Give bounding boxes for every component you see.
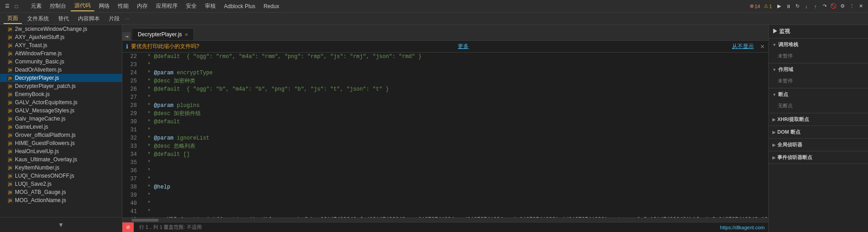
watch-label: 监视: [779, 28, 790, 34]
tab-close-icon[interactable]: ✕: [184, 32, 188, 37]
info-close-icon[interactable]: ✕: [760, 44, 765, 50]
file-item[interactable]: js Galv_ImageCache.js: [0, 115, 122, 123]
deactivate-icon[interactable]: 🚫: [830, 3, 837, 10]
step-over-icon[interactable]: ↻: [794, 3, 801, 10]
file-item[interactable]: js AXY_Toast.js: [0, 41, 122, 49]
tab-redux[interactable]: Redux: [260, 2, 283, 10]
dismiss-link[interactable]: 从不显示: [732, 43, 754, 50]
pause-icon[interactable]: ⏸: [785, 3, 792, 10]
breakpoints-header[interactable]: ▼ 断点: [769, 88, 868, 101]
tab-audits[interactable]: 审核: [201, 1, 219, 11]
code-editor[interactable]: 22 23 24 25 26 27 28 29 30 31 32 33 34 3…: [122, 53, 768, 218]
line-num: 39: [122, 191, 137, 199]
dom-breakpoints-section: ▶ DOM 断点: [769, 126, 868, 139]
tab-memory[interactable]: 内存: [133, 1, 151, 11]
js-file-icon: js: [7, 34, 13, 40]
tab-security[interactable]: 安全: [182, 1, 200, 11]
file-item[interactable]: js DecrypterPlayer_patch.js: [0, 82, 122, 90]
step-in-icon[interactable]: ↓: [803, 3, 810, 10]
js-file-icon: js: [7, 181, 13, 187]
tab-page[interactable]: 页面: [4, 14, 22, 24]
warn-count[interactable]: ⚠ 1: [764, 3, 772, 9]
xhr-breakpoints-header[interactable]: ▶ XHR/提取断点: [769, 113, 868, 126]
tab-application[interactable]: 应用程序: [152, 1, 181, 11]
window-icon[interactable]: □: [13, 3, 20, 10]
code-line: * @desc 加密种类: [144, 77, 768, 85]
tab-preview-icon[interactable]: ⇥: [122, 32, 131, 40]
toolbar-nav: 元素 控制台 源代码 网络 性能 内存 应用程序 安全 审核 Adblock P…: [24, 1, 286, 11]
file-item[interactable]: js GALV_ActorEquipItems.js: [0, 98, 122, 106]
tab-network[interactable]: 网络: [95, 1, 113, 11]
scope-header[interactable]: ▼ 作用域: [769, 63, 868, 76]
menu-icon[interactable]: ☰: [4, 3, 11, 10]
code-line: * @param ignoreList: [144, 134, 768, 142]
file-item[interactable]: js HealOnLevelUp.js: [0, 147, 122, 155]
global-listeners-header[interactable]: ▶ 全局侦听器: [769, 139, 868, 151]
editor-tab-decrypterplayer[interactable]: DecrypterPlayer.js ✕: [132, 28, 194, 40]
tab-performance[interactable]: 性能: [114, 1, 132, 11]
code-line: * @default: [144, 118, 768, 126]
step-out-icon[interactable]: ↑: [812, 3, 819, 10]
file-item[interactable]: js GameLevel.js: [0, 123, 122, 131]
breakpoints-label: 断点: [778, 91, 788, 98]
file-item[interactable]: js EnemyBook.js: [0, 90, 122, 98]
code-line: *: [144, 191, 768, 199]
error-count[interactable]: ⊗ 14: [750, 3, 760, 9]
sidebar-scroll-down-icon[interactable]: ▼: [54, 219, 68, 230]
line-num: 24: [122, 69, 137, 77]
more-link[interactable]: 更多: [458, 43, 469, 50]
file-item[interactable]: js Grover_officialPlatform.js: [0, 131, 122, 139]
watch-panel-header[interactable]: ▶ 监视: [769, 25, 868, 39]
step-icon[interactable]: ↷: [821, 3, 828, 10]
file-item[interactable]: js Community_Basic.js: [0, 58, 122, 66]
tab-elements[interactable]: 元素: [27, 1, 45, 11]
call-stack-header[interactable]: ▼ 调用堆栈: [769, 39, 868, 51]
file-item[interactable]: js GALV_MessageStyles.js: [0, 106, 122, 115]
code-line: * @default []: [144, 150, 768, 159]
more-tabs-icon[interactable]: ···: [125, 16, 129, 21]
line-num: 23: [122, 61, 137, 69]
js-file-icon: js: [7, 189, 13, 195]
line-numbers: 22 23 24 25 26 27 28 29 30 31 32 33 34 3…: [122, 53, 141, 218]
play-icon[interactable]: ▶: [776, 3, 783, 10]
tab-console[interactable]: 控制台: [46, 1, 70, 11]
dom-breakpoints-header[interactable]: ▶ DOM 断点: [769, 126, 868, 138]
file-item[interactable]: js LUQI_ChinsesONOFF.js: [0, 172, 122, 180]
horizontal-scrollbar[interactable]: [122, 218, 768, 222]
breakpoints-arrow-icon: ▼: [772, 92, 776, 97]
breakpoints-content: 无断点: [769, 101, 868, 113]
file-item[interactable]: js DeadOrAliveItem.js: [0, 66, 122, 74]
file-item[interactable]: js Kaus_Ultimate_Overlay.js: [0, 155, 122, 164]
event-listeners-header[interactable]: ▶ 事件侦听器断点: [769, 151, 868, 164]
event-listeners-arrow-icon: ▶: [772, 155, 776, 160]
global-listeners-section: ▶ 全局侦听器: [769, 139, 868, 151]
code-line: * @desc 忽略列表: [144, 142, 768, 150]
file-item[interactable]: js LUQI_Save2.js: [0, 180, 122, 188]
file-item[interactable]: js AXY_AjaxNetStuff.js: [0, 33, 122, 41]
file-item[interactable]: js MOG_ActionName.js: [0, 196, 122, 204]
file-item[interactable]: js 2w_scienceWindowChange.js: [0, 25, 122, 33]
h-scroll-thumb[interactable]: [131, 219, 159, 222]
tab-overrides[interactable]: 替代: [54, 14, 73, 24]
tab-sources[interactable]: 源代码: [71, 1, 94, 11]
toolbar-icons: ☰ □: [0, 3, 24, 10]
file-item-active[interactable]: js DecrypterPlayer.js: [0, 74, 122, 82]
more-icon[interactable]: ⋮: [848, 3, 855, 10]
file-item[interactable]: js HIME_GuestFollowers.js: [0, 139, 122, 147]
file-item[interactable]: js MOG_ATB_Gauge.js: [0, 188, 122, 196]
tab-filesystem[interactable]: 文件系统: [24, 14, 53, 24]
settings-icon[interactable]: ⚙: [839, 3, 846, 10]
status-bar: ⊘ 行 1，列 1 覆盖范围: 不适用 https://dlkagent.com: [122, 222, 768, 232]
file-item[interactable]: js AltWindowFrame.js: [0, 49, 122, 58]
file-name: HealOnLevelUp.js: [15, 148, 59, 155]
status-url: https://dlkagent.com: [717, 225, 768, 230]
file-name: MOG_ATB_Gauge.js: [15, 189, 66, 195]
tab-snippets[interactable]: 片段: [105, 14, 123, 24]
file-name: Galv_ImageCache.js: [15, 116, 65, 122]
tab-content-scripts[interactable]: 内容脚本: [74, 14, 103, 24]
file-item[interactable]: js KeyItemNumber.js: [0, 164, 122, 172]
file-name: Kaus_Ultimate_Overlay.js: [15, 156, 77, 163]
file-name: DecrypterPlayer_patch.js: [15, 83, 76, 89]
tab-adblock[interactable]: Adblock Plus: [220, 2, 259, 10]
close-icon[interactable]: ✕: [857, 3, 864, 10]
